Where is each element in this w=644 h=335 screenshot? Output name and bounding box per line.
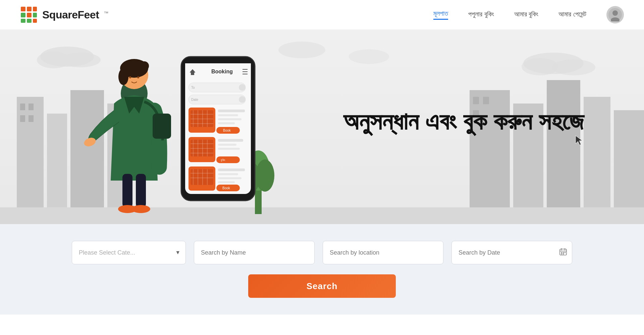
svg-point-45 [118, 68, 128, 85]
user-avatar[interactable] [606, 6, 624, 23]
svg-text:Book: Book [223, 129, 231, 132]
cursor-icon [574, 135, 584, 146]
search-section: Please Select Cate... Office Co-working … [0, 224, 644, 315]
svg-rect-7 [27, 19, 32, 23]
svg-text:To: To [191, 86, 195, 89]
person-illustration: Booking To Date [34, 40, 268, 214]
svg-rect-87 [191, 140, 213, 156]
category-select-wrapper: Please Select Cate... Office Co-working … [72, 241, 186, 264]
svg-rect-6 [21, 19, 25, 23]
logo-tm: ™ [104, 10, 108, 16]
main-nav: মূলপাত পপুলার বুকিং আমার বুকিং আমার পেমে… [433, 6, 624, 23]
svg-rect-52 [136, 174, 146, 207]
svg-rect-113 [218, 181, 235, 183]
location-search-input[interactable] [323, 241, 443, 264]
nav-popular[interactable]: পপুলার বুকিং [468, 10, 494, 19]
search-filters-row: Please Select Cate... Office Co-working … [72, 241, 572, 264]
date-search-wrapper [451, 241, 572, 264]
svg-point-69 [239, 96, 246, 103]
header: SquareFeet ™ মূলপাত পপুলার বুকিং আমার বু… [0, 0, 644, 30]
svg-point-48 [137, 76, 139, 78]
svg-rect-98 [218, 144, 236, 146]
svg-rect-85 [218, 122, 235, 124]
nav-my-payment[interactable]: আমার পেমেন্ট [558, 10, 586, 19]
svg-point-66 [239, 84, 246, 91]
svg-rect-2 [33, 7, 37, 11]
date-search-input[interactable] [451, 241, 572, 264]
nav-home[interactable]: মূলপাত [433, 10, 448, 20]
svg-rect-4 [27, 13, 32, 17]
svg-rect-65 [189, 83, 246, 92]
svg-rect-84 [218, 118, 241, 120]
svg-rect-72 [191, 110, 213, 127]
svg-rect-99 [218, 148, 240, 150]
svg-rect-82 [218, 110, 245, 112]
svg-rect-3 [21, 13, 25, 17]
svg-rect-101 [191, 169, 213, 185]
logo-icon [20, 6, 38, 23]
category-select[interactable]: Please Select Cate... Office Co-working … [72, 241, 186, 264]
svg-rect-0 [21, 7, 25, 11]
svg-rect-50 [153, 114, 171, 139]
search-button[interactable]: Search [248, 274, 396, 298]
svg-rect-51 [122, 174, 132, 207]
logo-text: SquareFeet [42, 9, 99, 21]
svg-rect-64 [191, 72, 194, 75]
hero-content: Booking To Date [0, 40, 644, 214]
svg-rect-83 [218, 114, 238, 116]
svg-rect-110 [218, 169, 245, 171]
svg-text:Date: Date [191, 98, 199, 102]
hero-illustration: Booking To Date [34, 40, 268, 214]
svg-rect-111 [218, 173, 238, 175]
svg-point-10 [612, 10, 618, 16]
svg-rect-5 [33, 13, 37, 17]
name-search-input[interactable] [194, 241, 315, 264]
svg-point-54 [131, 205, 150, 213]
nav-my-booking[interactable]: আমার বুকিং [514, 10, 539, 19]
hero-section: Booking To Date [0, 30, 644, 224]
svg-rect-1 [27, 7, 32, 11]
svg-rect-97 [218, 139, 243, 142]
svg-text:বুকিং: বুকিং [221, 158, 225, 162]
hero-heading: অনুসন্ধান এবং বুক করুন সহজে [268, 108, 584, 135]
svg-rect-8 [33, 19, 37, 23]
svg-rect-95 [216, 156, 240, 163]
svg-rect-112 [218, 177, 241, 179]
svg-text:Book: Book [222, 186, 230, 190]
hero-text-area: অনুসন্ধান এবং বুক করুন সহজে [268, 108, 610, 145]
svg-point-46 [140, 61, 149, 71]
svg-point-47 [129, 76, 131, 78]
logo-area: SquareFeet ™ [20, 6, 108, 23]
svg-text:Booking: Booking [211, 69, 233, 74]
